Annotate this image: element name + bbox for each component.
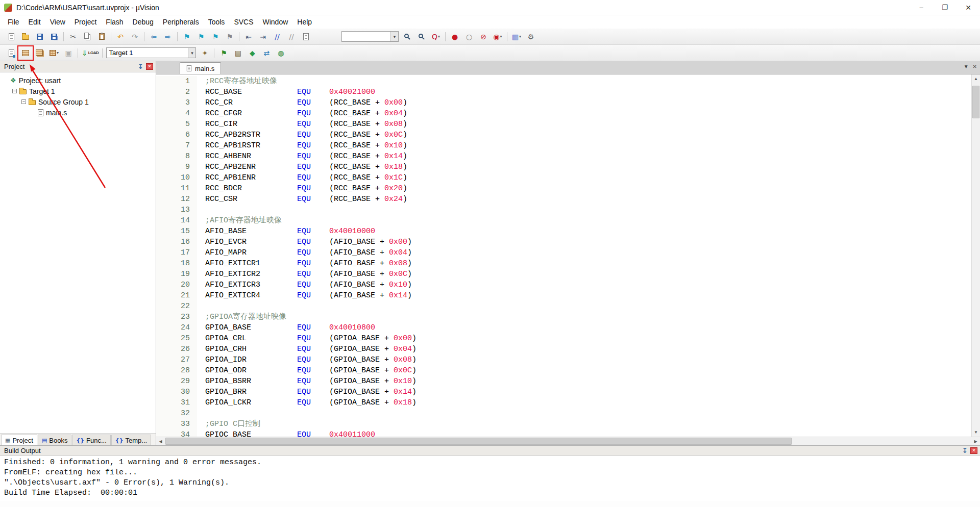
pin-icon[interactable]: ↧ (138, 63, 143, 70)
debug-windows-button[interactable]: ▦▾ (510, 31, 523, 43)
menu-item-debug[interactable]: Debug (128, 16, 158, 28)
find-button[interactable] (415, 31, 428, 43)
horizontal-scrollbar[interactable]: ◀ ▶ (156, 437, 980, 445)
maximize-button[interactable]: ❐ (933, 0, 957, 15)
new-file-button[interactable] (5, 31, 18, 43)
tree-item-project-usart[interactable]: ❖Project: usart (0, 75, 156, 86)
menu-item-edit[interactable]: Edit (24, 16, 45, 28)
uncomment-button[interactable]: // (285, 31, 298, 43)
toggle-breakpoint-button[interactable]: ● (448, 31, 461, 43)
line-number: 24 (156, 322, 197, 333)
horizontal-scroll-thumb[interactable] (165, 438, 792, 445)
manage-rte-button[interactable]: ◆ (246, 47, 259, 59)
minimize-button[interactable]: – (910, 0, 933, 15)
panel-tab-func[interactable]: {}Func... (72, 435, 110, 445)
menu-item-project[interactable]: Project (70, 16, 102, 28)
build-button[interactable] (19, 47, 32, 59)
tree-item-target-1[interactable]: −Target 1 (0, 86, 156, 96)
translate-button[interactable] (5, 47, 18, 59)
vertical-scrollbar[interactable]: ▲ ▼ (971, 74, 980, 437)
pack-installer-button[interactable]: ◍ (274, 47, 287, 59)
copy-button[interactable] (81, 31, 94, 43)
indent-button[interactable]: ⇥ (256, 31, 270, 43)
insert-template-button[interactable] (299, 31, 312, 43)
options-for-target-button[interactable]: ✦ (198, 47, 211, 59)
code-line: 30GPIOA_BRR EQU (GPIOA_BASE + 0x14) (156, 387, 971, 397)
line-number: 11 (156, 183, 197, 194)
close-document-button[interactable]: ✕ (973, 64, 977, 69)
open-file-button[interactable] (19, 31, 32, 43)
bookmark-next-button[interactable]: ⚑ (209, 31, 222, 43)
menu-item-tools[interactable]: Tools (204, 16, 230, 28)
menu-item-help[interactable]: Help (292, 16, 316, 28)
breakpoints-menu-button[interactable]: ◉▾ (491, 31, 504, 43)
find-icon (419, 34, 423, 38)
file-extensions-button[interactable]: ⚑ (217, 47, 230, 59)
menu-item-window[interactable]: Window (258, 16, 293, 28)
panel-tab-project[interactable]: ▦Project (1, 435, 37, 445)
bookmark-clear-button[interactable]: ⚑ (223, 31, 236, 43)
multi-project-button[interactable]: ⇄ (260, 47, 273, 59)
target-select-input[interactable] (107, 48, 188, 58)
find-in-files-button[interactable] (401, 31, 414, 43)
bookmark-toggle-button[interactable]: ⚑ (180, 31, 193, 43)
close-build-output-button[interactable]: ✕ (970, 447, 977, 454)
target-select[interactable]: ▾ (106, 47, 196, 58)
panel-tab-books[interactable]: ▤Books (38, 435, 72, 445)
code-line-text: GPIOA_BASE EQU 0x40010800 (205, 322, 375, 333)
vertical-scroll-thumb[interactable] (972, 86, 979, 118)
scroll-up-button[interactable]: ▲ (972, 74, 980, 83)
find-text-combo[interactable]: ▾ (341, 31, 399, 42)
close-button[interactable]: ✕ (957, 0, 980, 15)
undo-button[interactable]: ↶ (114, 31, 127, 43)
nav-forward-icon: ⇨ (165, 33, 171, 40)
build-output-line: Finished: 0 information, 1 warning and 0… (4, 458, 976, 468)
line-number: 7 (156, 140, 197, 151)
kill-breakpoints-button[interactable]: ⊘ (477, 31, 490, 43)
batch-build-button[interactable]: ▾ (47, 47, 61, 59)
tab-main-s[interactable]: main.s (180, 62, 221, 74)
nav-forward-button[interactable]: ⇨ (161, 31, 175, 43)
environment-books-button[interactable]: ▤ (231, 47, 244, 59)
tree-expander-icon[interactable]: − (21, 99, 26, 104)
panel-tab-temp[interactable]: {}Temp... (111, 435, 151, 445)
scroll-left-button[interactable]: ◀ (156, 437, 165, 445)
chevron-down-icon[interactable]: ▾ (390, 32, 398, 41)
stop-build-button[interactable]: ▣ (62, 47, 75, 59)
disable-breakpoint-button[interactable]: ○ (462, 31, 476, 43)
incremental-find-button[interactable]: Q▾ (429, 31, 443, 43)
save-button[interactable] (33, 31, 46, 43)
pin-icon[interactable]: ↧ (962, 447, 968, 454)
paste-button[interactable] (95, 31, 108, 43)
close-project-panel-button[interactable]: ✕ (146, 63, 153, 70)
tree-item-source-group-1[interactable]: −Source Group 1 (0, 96, 156, 107)
tree-item-main-s[interactable]: main.s (0, 107, 156, 118)
nav-back-button[interactable]: ⇦ (147, 31, 160, 43)
line-number: 5 (156, 119, 197, 130)
find-text-combo-input[interactable] (342, 32, 390, 41)
save-all-button[interactable] (47, 31, 61, 43)
menu-item-svcs[interactable]: SVCS (229, 16, 258, 28)
bookmark-prev-icon: ⚑ (198, 33, 205, 40)
chevron-down-icon[interactable]: ▾ (188, 48, 195, 58)
rebuild-button[interactable] (33, 47, 46, 59)
bookmark-prev-button[interactable]: ⚑ (194, 31, 208, 43)
download-button[interactable]: ⇓LOAD (81, 47, 100, 59)
tab-list-button[interactable]: ▼ (964, 64, 969, 69)
menu-item-peripherals[interactable]: Peripherals (158, 16, 204, 28)
redo-button[interactable]: ↷ (128, 31, 141, 43)
comment-button[interactable]: // (271, 31, 284, 43)
menu-item-flash[interactable]: Flash (101, 16, 128, 28)
menu-item-file[interactable]: File (3, 16, 24, 28)
menu-item-view[interactable]: View (45, 16, 70, 28)
code-line: 11RCC_BDCR EQU (RCC_BASE + 0x20) (156, 183, 971, 194)
build-output-text[interactable]: Finished: 0 information, 1 warning and 0… (0, 456, 980, 501)
scroll-right-button[interactable]: ▶ (971, 437, 980, 445)
configuration-button[interactable]: ⚙ (524, 31, 537, 43)
scroll-down-button[interactable]: ▼ (972, 428, 980, 437)
code-line: 10RCC_APB1ENR EQU (RCC_BASE + 0x1C) (156, 172, 971, 183)
cut-button[interactable]: ✂ (66, 31, 80, 43)
code-area[interactable]: 1;RCC寄存器地址映像2RCC_BASE EQU 0x400210003RCC… (156, 74, 971, 437)
unindent-button[interactable]: ⇤ (242, 31, 255, 43)
tree-expander-icon[interactable]: − (12, 89, 17, 93)
